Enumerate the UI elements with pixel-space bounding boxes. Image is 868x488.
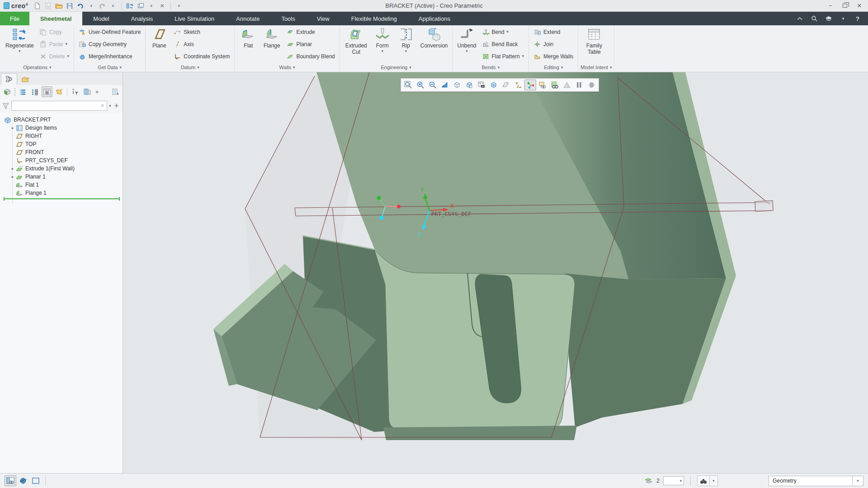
minimize-ribbon-icon[interactable] bbox=[796, 14, 804, 23]
filter-dropdown[interactable]: ▾ bbox=[109, 103, 111, 108]
tree-column-settings-button[interactable] bbox=[82, 86, 93, 97]
web-browser-toggle-button[interactable] bbox=[17, 475, 29, 486]
undo-button[interactable] bbox=[75, 1, 85, 11]
group-label-operations[interactable]: Operations▾ bbox=[3, 63, 71, 72]
unbend-dropdown[interactable]: ▾ bbox=[466, 49, 468, 53]
new-file-button[interactable] bbox=[32, 1, 42, 11]
tree-row-planar-1[interactable]: ▸ Planar 1 bbox=[0, 173, 123, 181]
regenerate-small-button[interactable] bbox=[125, 1, 135, 11]
toolbar-drag-handle[interactable] bbox=[14, 87, 16, 96]
expander-icon[interactable]: ▸ bbox=[10, 126, 15, 130]
tree-expand-levels-button[interactable] bbox=[29, 86, 40, 97]
selection-filter-combo[interactable]: Geometry ▾ bbox=[769, 476, 863, 486]
form-dropdown[interactable]: ▾ bbox=[382, 49, 384, 53]
full-screen-toggle-button[interactable] bbox=[30, 475, 42, 486]
tree-row-front-plane[interactable]: FRONT bbox=[0, 148, 123, 156]
tree-row-csys[interactable]: PRT_CSYS_DEF bbox=[0, 156, 123, 164]
extruded-cut-button[interactable]: Extruded Cut bbox=[342, 26, 370, 62]
tree-settings-button[interactable] bbox=[110, 86, 121, 97]
tree-row-right-plane[interactable]: RIGHT bbox=[0, 132, 123, 140]
shaded-display-icon[interactable] bbox=[488, 80, 500, 90]
conversion-button[interactable]: Conversion bbox=[418, 26, 450, 62]
group-label-walls[interactable]: Walls▾ bbox=[237, 63, 337, 72]
group-label-bends[interactable]: Bends▾ bbox=[455, 63, 526, 72]
search-icon[interactable] bbox=[810, 14, 818, 23]
group-label-editing[interactable]: Editing▾ bbox=[531, 63, 576, 72]
undo-dropdown[interactable]: ▾ bbox=[86, 1, 96, 11]
tree-row-flat-1[interactable]: Flat 1 bbox=[0, 181, 123, 189]
layers-dropdown[interactable]: ▾ bbox=[663, 476, 684, 485]
flat-pattern-button[interactable]: Flat Pattern ▾ bbox=[480, 50, 527, 62]
paste-button[interactable]: Paste ▾ bbox=[37, 38, 71, 50]
add-filter-button[interactable]: + bbox=[113, 102, 120, 110]
tab-analysis[interactable]: Analysis bbox=[120, 12, 164, 25]
open-embedded-button[interactable] bbox=[43, 1, 53, 11]
bend-back-button[interactable]: Bend Back bbox=[480, 38, 527, 50]
tree-columns-display-button[interactable] bbox=[42, 86, 52, 97]
group-label-engineering[interactable]: Engineering▾ bbox=[342, 63, 450, 72]
tab-sheetmetal[interactable]: Sheetmetal bbox=[29, 12, 82, 25]
copy-geometry-button[interactable]: Copy Geometry bbox=[76, 38, 143, 50]
copy-button[interactable]: Copy bbox=[37, 26, 71, 38]
saved-orientations-icon[interactable] bbox=[463, 80, 475, 90]
expander-icon[interactable]: ▸ bbox=[10, 174, 15, 179]
coordinate-system-button[interactable]: Coordinate System bbox=[171, 50, 232, 62]
close-window-button[interactable]: ✕ bbox=[157, 1, 167, 11]
graphics-area[interactable]: X Y Z PRT_CSYS_DEF bbox=[123, 72, 868, 473]
learning-connector-icon[interactable] bbox=[825, 14, 833, 23]
refit-icon[interactable] bbox=[439, 80, 451, 90]
tree-filter-input[interactable] bbox=[14, 103, 100, 109]
tree-find-button[interactable] bbox=[54, 86, 65, 97]
tree-row-top-plane[interactable]: TOP bbox=[0, 140, 123, 148]
tree-row-design-items[interactable]: ▸ Design Items bbox=[0, 124, 123, 132]
find-dropdown[interactable]: ▾ bbox=[709, 476, 717, 486]
plane-button[interactable]: Plane bbox=[148, 26, 170, 62]
datum-display-icon[interactable] bbox=[500, 80, 512, 90]
help-icon[interactable]: ? bbox=[854, 14, 862, 23]
view-manager-icon[interactable] bbox=[476, 80, 487, 90]
tree-toolbar-overflow[interactable]: » bbox=[94, 89, 100, 95]
spin-center-icon[interactable] bbox=[524, 80, 536, 90]
tab-live-simulation[interactable]: Live Simulation bbox=[164, 12, 225, 25]
datum-display-filters-icon[interactable] bbox=[512, 80, 524, 90]
user-defined-feature-button[interactable]: User-Defined Feature bbox=[76, 26, 143, 38]
restore-button[interactable] bbox=[838, 1, 852, 11]
minimize-button[interactable]: − bbox=[824, 1, 837, 11]
zoom-in-icon[interactable] bbox=[415, 80, 426, 90]
open-button[interactable] bbox=[54, 1, 64, 11]
tab-view[interactable]: View bbox=[306, 12, 340, 25]
group-label-model-intent[interactable]: Model Intent▾ bbox=[580, 63, 612, 72]
family-table-button[interactable]: Family Table bbox=[580, 26, 608, 62]
selection-filter-dropdown[interactable]: ▾ bbox=[852, 476, 863, 486]
clear-filter-icon[interactable]: × bbox=[100, 103, 105, 109]
tree-collapse-levels-button[interactable] bbox=[17, 86, 28, 97]
merge-walls-button[interactable]: Merge Walls bbox=[531, 50, 576, 62]
navigator-toggle-button[interactable] bbox=[5, 475, 16, 486]
extend-button[interactable]: Extend bbox=[531, 26, 576, 38]
ar-design-share-icon[interactable] bbox=[549, 80, 561, 90]
save-button[interactable] bbox=[65, 1, 75, 11]
flat-pattern-dropdown[interactable]: ▾ bbox=[522, 54, 524, 58]
redo-dropdown[interactable]: ▾ bbox=[108, 1, 118, 11]
flat-button[interactable]: Flat bbox=[237, 26, 259, 62]
customize-qat-dropdown[interactable]: ▾ bbox=[174, 1, 184, 11]
close-button[interactable]: ✕ bbox=[853, 1, 866, 11]
tab-flexible-modeling[interactable]: Flexible Modeling bbox=[340, 12, 408, 25]
bend-dropdown[interactable]: ▾ bbox=[507, 30, 509, 34]
rip-button[interactable]: Rip ▾ bbox=[395, 26, 417, 62]
insert-here-locator[interactable] bbox=[4, 198, 120, 199]
find-binoculars-button[interactable] bbox=[698, 475, 709, 486]
tree-row-extrude-1[interactable]: ▸ Extrude 1(First Wall) bbox=[0, 164, 123, 173]
extrude-button[interactable]: Extrude bbox=[284, 26, 337, 38]
annotation-display-icon[interactable] bbox=[537, 80, 548, 90]
form-button[interactable]: Form ▾ bbox=[371, 26, 394, 62]
tab-applications[interactable]: Applications bbox=[408, 12, 461, 25]
learning-dropdown[interactable]: ▾ bbox=[839, 14, 847, 23]
group-label-datum[interactable]: Datum▾ bbox=[148, 63, 232, 72]
tab-file[interactable]: File bbox=[0, 12, 29, 25]
delete-dropdown[interactable]: ▾ bbox=[67, 54, 69, 58]
regenerate-button[interactable]: Regenerate ▾ bbox=[3, 26, 36, 62]
simulation-warning-icon[interactable] bbox=[561, 80, 573, 90]
folder-browser-tab[interactable] bbox=[17, 73, 33, 85]
group-label-get-data[interactable]: Get Data▾ bbox=[76, 63, 143, 72]
